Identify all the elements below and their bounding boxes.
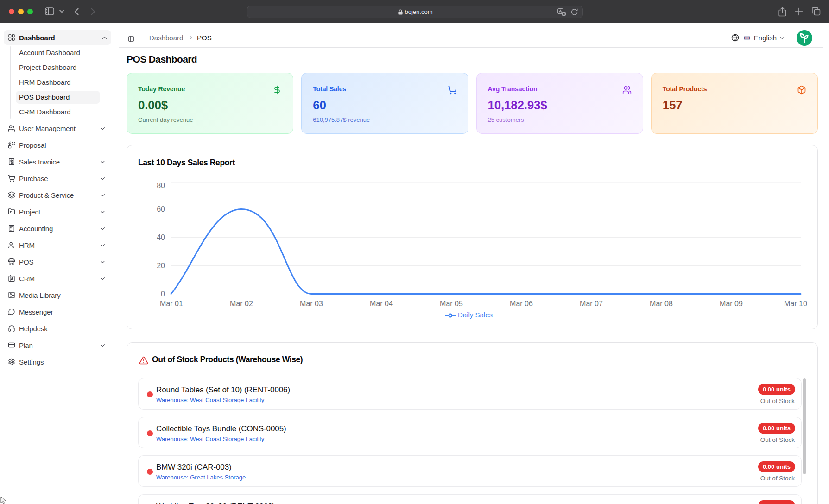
- svg-text:Mar 06: Mar 06: [510, 300, 533, 308]
- svg-text:Mar 07: Mar 07: [580, 300, 603, 308]
- svg-text:Mar 08: Mar 08: [650, 300, 673, 308]
- svg-text:80: 80: [157, 182, 165, 189]
- svg-text:60: 60: [157, 205, 165, 213]
- svg-text:Mar 04: Mar 04: [370, 300, 393, 308]
- svg-text:Mar 05: Mar 05: [440, 300, 463, 308]
- svg-text:Mar 02: Mar 02: [230, 300, 253, 308]
- svg-text:Mar 10: Mar 10: [784, 300, 807, 308]
- svg-text:Mar 03: Mar 03: [300, 300, 323, 308]
- svg-text:0: 0: [161, 290, 165, 298]
- svg-text:20: 20: [157, 262, 165, 270]
- svg-text:Mar 09: Mar 09: [720, 300, 743, 308]
- svg-text:Mar 01: Mar 01: [160, 300, 183, 308]
- svg-text:40: 40: [157, 233, 165, 241]
